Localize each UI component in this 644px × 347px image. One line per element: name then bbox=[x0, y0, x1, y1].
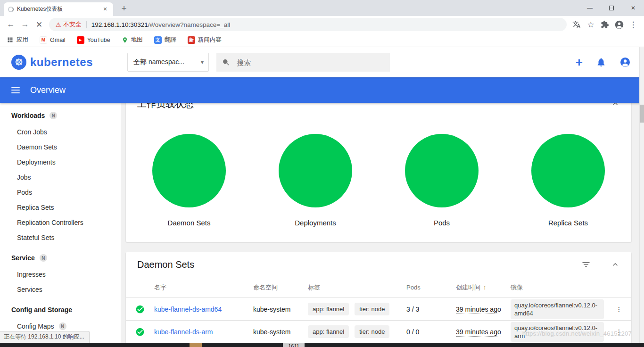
taskbar-clock-partial: 1611 bbox=[283, 343, 305, 347]
bookmarks-bar: 应用 M Gmail ▶ YouTube 地图 文 翻譯 新 新闻内容 bbox=[0, 33, 644, 47]
window-close-button[interactable]: ✕ bbox=[622, 0, 644, 16]
sidebar-item-workloads[interactable]: Workloads N bbox=[0, 107, 121, 124]
bookmark-label: 地图 bbox=[131, 36, 143, 44]
col-name[interactable]: 名字 bbox=[154, 277, 253, 298]
browser-tab[interactable]: Kubernetes仪表板 ✕ bbox=[4, 2, 113, 16]
sidebar-label: Cron Jobs bbox=[17, 128, 47, 136]
page-scrollbar[interactable] bbox=[639, 47, 644, 347]
chart-replica-sets: Replica Sets bbox=[505, 134, 631, 227]
donut-chart bbox=[405, 134, 479, 207]
bookmark-youtube[interactable]: ▶ YouTube bbox=[77, 36, 110, 44]
donut-chart bbox=[152, 134, 226, 207]
n-badge: N bbox=[40, 254, 47, 262]
user-avatar-icon[interactable] bbox=[619, 57, 631, 68]
address-bar[interactable]: ⚠ 不安全 192.168.1.10:30321 /#/overview?nam… bbox=[49, 18, 567, 31]
pods-count: 3 / 3 bbox=[406, 306, 419, 313]
browser-profile-avatar[interactable] bbox=[612, 17, 626, 32]
translate-icon[interactable] bbox=[570, 17, 584, 32]
collapse-chevron-up-icon[interactable] bbox=[611, 260, 620, 269]
sidebar-item-config-and-storage[interactable]: Config and Storage bbox=[0, 301, 121, 319]
table-row: kube-flannel-ds-amd64 kube-system app: f… bbox=[126, 298, 631, 321]
kubernetes-brand[interactable]: ☸ kubernetes bbox=[0, 55, 116, 70]
window-controls: — ✕ bbox=[579, 0, 644, 16]
daemonset-name-link[interactable]: kube-flannel-ds-arm bbox=[154, 328, 213, 336]
back-button[interactable]: ← bbox=[4, 17, 18, 32]
sidebar-label: Deployments bbox=[17, 158, 56, 166]
youtube-icon: ▶ bbox=[77, 36, 84, 44]
sidebar-item-service[interactable]: Service N bbox=[0, 249, 121, 267]
page-toolbar: Overview bbox=[0, 77, 644, 103]
donut-chart bbox=[531, 134, 605, 207]
not-secure-label[interactable]: 不安全 bbox=[63, 20, 82, 29]
gmail-icon: M bbox=[40, 36, 47, 44]
chart-daemon-sets: Daemon Sets bbox=[126, 134, 252, 227]
translate-bookmark-icon: 文 bbox=[154, 36, 162, 44]
tab-close-icon[interactable]: ✕ bbox=[101, 6, 109, 12]
filter-icon[interactable] bbox=[581, 260, 591, 269]
extensions-puzzle-icon[interactable] bbox=[598, 17, 612, 32]
browser-menu-kebab-icon[interactable]: ⋮ bbox=[626, 17, 640, 32]
sidebar-item-replica-sets[interactable]: Replica Sets bbox=[0, 200, 121, 215]
bookmark-apps[interactable]: 应用 bbox=[7, 36, 28, 44]
col-menu bbox=[607, 277, 631, 298]
label-chip: tier: node bbox=[355, 303, 389, 315]
chart-label: Daemon Sets bbox=[168, 219, 211, 227]
sidebar-label: Stateful Sets bbox=[17, 234, 54, 241]
sidebar-item-pods[interactable]: Pods bbox=[0, 185, 121, 200]
scrollbar-thumb[interactable] bbox=[640, 105, 644, 123]
sidebar-item-jobs[interactable]: Jobs bbox=[0, 170, 121, 185]
image-chip: quay.io/coreos/flannel:v0.12.0-amd64 bbox=[511, 299, 604, 319]
minimize-button[interactable]: — bbox=[579, 0, 601, 16]
namespace-selector[interactable]: 全部 namespac... ▾ bbox=[127, 53, 209, 72]
tab-title: Kubernetes仪表板 bbox=[17, 5, 98, 13]
sidebar-item-daemon-sets[interactable]: Daemon Sets bbox=[0, 140, 121, 155]
bookmark-maps[interactable]: 地图 bbox=[122, 36, 143, 44]
sidebar-label: Service bbox=[11, 254, 35, 262]
search-bar[interactable] bbox=[216, 53, 390, 72]
stop-button[interactable]: ✕ bbox=[32, 17, 46, 32]
search-input[interactable] bbox=[237, 58, 384, 66]
create-resource-plus-icon[interactable]: + bbox=[576, 57, 583, 68]
status-ok-check-icon bbox=[135, 327, 145, 335]
col-created[interactable]: 创建时间↑ bbox=[456, 277, 511, 298]
sidebar-item-services[interactable]: Services bbox=[0, 282, 121, 297]
sidebar-label: Daemon Sets bbox=[17, 143, 57, 151]
maximize-button[interactable] bbox=[601, 0, 622, 16]
label-chip: tier: node bbox=[355, 325, 389, 338]
namespace-selected-value: 全部 namespac... bbox=[133, 58, 184, 66]
chart-label: Deployments bbox=[295, 219, 336, 227]
daemon-sets-title: Daemon Sets bbox=[137, 259, 561, 270]
sidebar-item-ingresses[interactable]: Ingresses bbox=[0, 267, 121, 282]
browser-status-tooltip: 正在等待 192.168.1.10 的响应... bbox=[0, 331, 90, 343]
collapse-chevron-up-icon[interactable] bbox=[611, 103, 620, 108]
hamburger-menu-icon[interactable] bbox=[11, 87, 20, 93]
kubernetes-logo-icon: ☸ bbox=[11, 55, 26, 70]
sidebar-item-stateful-sets[interactable]: Stateful Sets bbox=[0, 230, 121, 245]
tab-loading-spinner-icon bbox=[8, 7, 14, 12]
col-images: 镜像 bbox=[511, 277, 607, 298]
col-namespace[interactable]: 命名空间 bbox=[253, 277, 308, 298]
sort-ascending-icon[interactable]: ↑ bbox=[483, 284, 487, 291]
row-menu-kebab-icon[interactable]: ⋮ bbox=[607, 298, 631, 321]
news-icon: 新 bbox=[188, 36, 195, 44]
sidebar-item-replication-controllers[interactable]: Replication Controllers bbox=[0, 215, 121, 230]
sidebar-item-deployments[interactable]: Deployments bbox=[0, 155, 121, 170]
bookmark-news[interactable]: 新 新闻内容 bbox=[188, 36, 222, 44]
label-chip: app: flannel bbox=[308, 325, 349, 338]
forward-button[interactable]: → bbox=[18, 17, 32, 32]
sidebar-label: Ingresses bbox=[17, 271, 46, 278]
bookmark-translate[interactable]: 文 翻譯 bbox=[154, 36, 176, 44]
taskbar-app-icon[interactable] bbox=[190, 343, 202, 347]
n-badge: N bbox=[50, 112, 57, 119]
page-title: Overview bbox=[30, 85, 66, 95]
bookmark-star-icon[interactable]: ☆ bbox=[584, 17, 598, 32]
notifications-bell-icon[interactable] bbox=[596, 57, 606, 67]
new-tab-button[interactable]: + bbox=[118, 3, 130, 14]
sidebar-label: Config Maps bbox=[17, 322, 54, 330]
workload-status-charts: Daemon Sets Deployments Pods Replica Set… bbox=[126, 134, 631, 227]
col-created-label: 创建时间 bbox=[456, 284, 480, 291]
sidebar-item-cron-jobs[interactable]: Cron Jobs bbox=[0, 124, 121, 140]
daemonset-name-link[interactable]: kube-flannel-ds-amd64 bbox=[154, 306, 222, 313]
col-pods[interactable]: Pods bbox=[406, 277, 456, 298]
bookmark-gmail[interactable]: M Gmail bbox=[40, 36, 66, 44]
